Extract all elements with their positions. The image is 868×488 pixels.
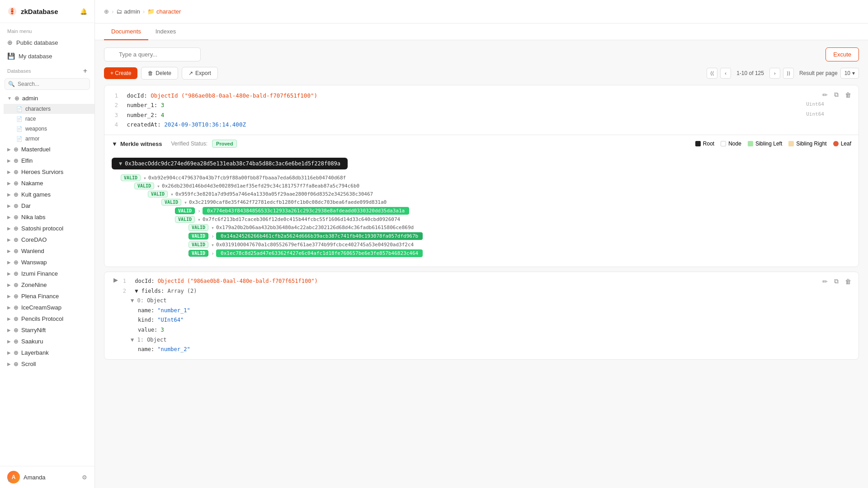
- db-group-izumi-header[interactable]: ▶ ⊕ Izumi Finance: [0, 268, 94, 279]
- db-group-dar-header[interactable]: ▶ ⊕ Dar: [0, 200, 94, 211]
- db-group-starrynift-header[interactable]: ▶ ⊕ StarryNift: [0, 324, 94, 336]
- tab-indexes[interactable]: Indexes: [148, 23, 184, 40]
- breadcrumb-sep2: ›: [143, 8, 145, 15]
- valid-badge-3[interactable]: VALID: [161, 199, 181, 206]
- execute-button[interactable]: Excute: [826, 47, 859, 61]
- database-icon: ⊕: [14, 361, 19, 367]
- doc-2-expand-button[interactable]: ▶: [112, 277, 120, 283]
- doc-2-edit-button[interactable]: ✏: [821, 277, 830, 286]
- collection-weapons[interactable]: 📄 weapons: [4, 124, 94, 134]
- db-group-layerbank-header[interactable]: ▶ ⊕ Layerbank: [0, 347, 94, 358]
- db-group-saakuru-header[interactable]: ▶ ⊕ Saakuru: [0, 336, 94, 347]
- toggle-8[interactable]: ▾: [211, 242, 214, 248]
- database-icon: ⊕: [14, 282, 19, 288]
- db-group-masterduel: ▶ ⊕ Masterduel: [0, 144, 94, 155]
- tab-documents-label: Documents: [111, 28, 141, 35]
- toggle-1[interactable]: ▾: [157, 183, 160, 189]
- toggle-3[interactable]: ▾: [184, 199, 187, 206]
- db-group-plena-header[interactable]: ▶ ⊕ Plena Finance: [0, 291, 94, 302]
- doc-1-delete-button[interactable]: 🗑: [843, 90, 853, 99]
- valid-badge-8[interactable]: VALID: [189, 241, 208, 248]
- valid-badge-7[interactable]: VALID: [189, 233, 208, 239]
- db-group-wanswap-header[interactable]: ▶ ⊕ Wanswap: [0, 257, 94, 268]
- db-group-admin-header[interactable]: ▼ ⊕ admin: [0, 93, 94, 104]
- toggle-6[interactable]: ▾: [211, 225, 214, 231]
- db-group-zonenine-label: ZoneNine: [21, 282, 47, 288]
- content-area: 🔍 Excute + Create 🗑 Delete ↗ Export ⟨⟨: [95, 40, 868, 488]
- toggle-5[interactable]: ▾: [198, 216, 201, 223]
- breadcrumb-sep1: ›: [112, 8, 113, 15]
- db-group-nakame-header[interactable]: ▶ ⊕ Nakame: [0, 178, 94, 189]
- collapse-root-button[interactable]: ▼: [119, 160, 122, 167]
- page-next-button[interactable]: ›: [769, 68, 780, 79]
- db-group-scroll-header[interactable]: ▶ ⊕ Scroll: [0, 358, 94, 370]
- app-name: zkDatabase: [21, 8, 58, 15]
- settings-icon[interactable]: ⚙: [82, 474, 87, 481]
- doc-2-delete-button[interactable]: 🗑: [843, 277, 853, 286]
- valid-badge-5[interactable]: VALID: [175, 216, 195, 223]
- tree-node-2: VALID ▾ 0x959fc3e8201a7d9d95a746e4a1330a…: [112, 191, 851, 197]
- valid-badge-4[interactable]: VALID: [175, 207, 195, 214]
- chevron-right-icon: ▶: [7, 226, 11, 231]
- db-group-kult-header[interactable]: ▶ ⊕ Kult games: [0, 189, 94, 200]
- database-icon: ⊕: [14, 270, 19, 277]
- breadcrumb-collection[interactable]: 📁 character: [147, 8, 181, 15]
- merkle-toggle-button[interactable]: ▼ Merkle witness: [112, 141, 162, 147]
- db-group-masterduel-header[interactable]: ▶ ⊕ Masterduel: [0, 144, 94, 155]
- breadcrumb-db[interactable]: 🗂 admin: [116, 8, 140, 15]
- code-line-2: 2 number_1: 3 Uint64: [112, 100, 851, 110]
- collection-armor[interactable]: 📄 armor: [4, 134, 94, 144]
- toggle-7[interactable]: ›: [211, 233, 214, 239]
- dtype-uint64-1: Uint64: [806, 100, 824, 109]
- chevron-right-icon: ▶: [7, 282, 11, 287]
- page-first-button[interactable]: ⟨⟨: [707, 68, 717, 79]
- delete-button[interactable]: 🗑 Delete: [141, 67, 178, 80]
- database-icon: ⊕: [14, 327, 19, 333]
- query-bar: 🔍 Excute: [104, 47, 859, 61]
- add-database-button[interactable]: +: [83, 67, 87, 75]
- query-input[interactable]: [104, 47, 201, 61]
- sidebar-item-my-database[interactable]: 💾 My database: [0, 49, 94, 63]
- tab-documents[interactable]: Documents: [104, 23, 148, 40]
- page-prev-button[interactable]: ‹: [720, 68, 731, 79]
- db-group-zonenine-header[interactable]: ▶ ⊕ ZoneNine: [0, 279, 94, 291]
- notifications-icon[interactable]: 🔔: [80, 8, 87, 15]
- page-last-button[interactable]: ⟩⟩: [783, 68, 794, 79]
- db-group-nika-header[interactable]: ▶ ⊕ Nika labs: [0, 211, 94, 223]
- doc-1-copy-button[interactable]: ⧉: [832, 90, 840, 99]
- toggle-2[interactable]: ▾: [170, 191, 174, 197]
- collection-characters[interactable]: 📄 characters: [4, 104, 94, 114]
- db-group-satoshi-header[interactable]: ▶ ⊕ Satoshi protocol: [0, 223, 94, 234]
- create-button[interactable]: + Create: [104, 67, 137, 79]
- db-group-heroes: ▶ ⊕ Heroes Surviors: [0, 166, 94, 178]
- toggle-4[interactable]: ›: [198, 208, 201, 214]
- valid-badge-1[interactable]: VALID: [134, 183, 154, 189]
- breadcrumb-home-icon[interactable]: ⊕: [104, 8, 109, 15]
- db-group-elfin-header[interactable]: ▶ ⊕ Elfin: [0, 155, 94, 166]
- db-group-coredao-header[interactable]: ▶ ⊕ CoreDAO: [0, 234, 94, 245]
- tree-node-9: VALID › 0x1ec78c8d25ad47e63362f427e6c04a…: [112, 249, 851, 257]
- hash-9: 0x1ec78c8d25ad47e63362f427e6c04afc1d18fe…: [216, 249, 423, 257]
- sidebar-item-label-public: Public database: [16, 39, 58, 46]
- legend-sibling-right-label: Sibling Right: [796, 141, 826, 147]
- export-button[interactable]: ↗ Export: [182, 67, 218, 80]
- db-group-pencils-header[interactable]: ▶ ⊕ Pencils Protocol: [0, 313, 94, 324]
- db-group-heroes-header[interactable]: ▶ ⊕ Heroes Surviors: [0, 166, 94, 178]
- valid-badge-0[interactable]: VALID: [121, 174, 141, 181]
- database-icon: ⊕: [14, 95, 19, 102]
- doc-2-copy-button[interactable]: ⧉: [832, 277, 840, 286]
- per-page-select[interactable]: 10 ▾: [840, 68, 859, 79]
- db-group-wanlend-header[interactable]: ▶ ⊕ Wanlend: [0, 245, 94, 257]
- sidebar-item-public-database[interactable]: ⊕ Public database: [0, 36, 94, 49]
- toggle-0[interactable]: ▾: [143, 175, 146, 181]
- chevron-down-icon: ▾: [852, 70, 855, 76]
- doc-1-edit-button[interactable]: ✏: [821, 90, 830, 99]
- collection-race[interactable]: 📄 race: [4, 114, 94, 124]
- toggle-9[interactable]: ›: [211, 250, 214, 257]
- valid-badge-6[interactable]: VALID: [189, 224, 208, 231]
- database-icon: ⊕: [14, 214, 19, 221]
- database-search-input[interactable]: [5, 78, 90, 90]
- valid-badge-9[interactable]: VALID: [189, 250, 208, 257]
- db-group-icecream-header[interactable]: ▶ ⊕ IceCreamSwap: [0, 302, 94, 313]
- valid-badge-2[interactable]: VALID: [148, 191, 168, 197]
